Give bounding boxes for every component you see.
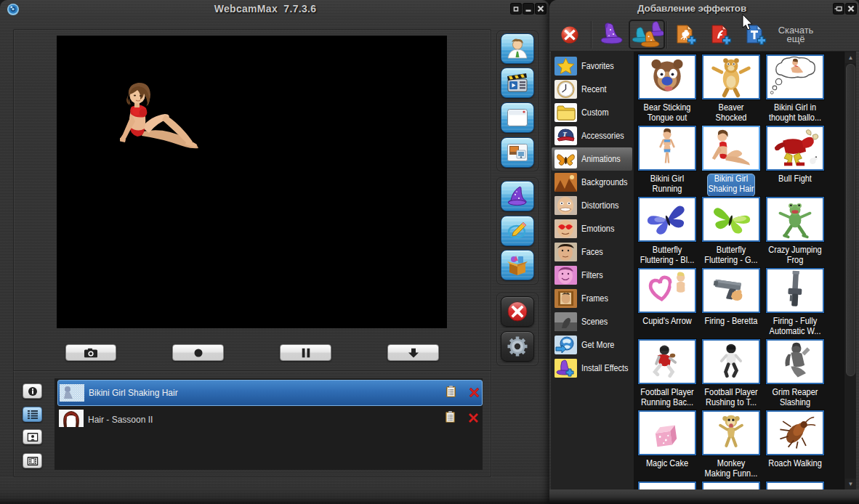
svg-text:T: T (562, 131, 567, 138)
